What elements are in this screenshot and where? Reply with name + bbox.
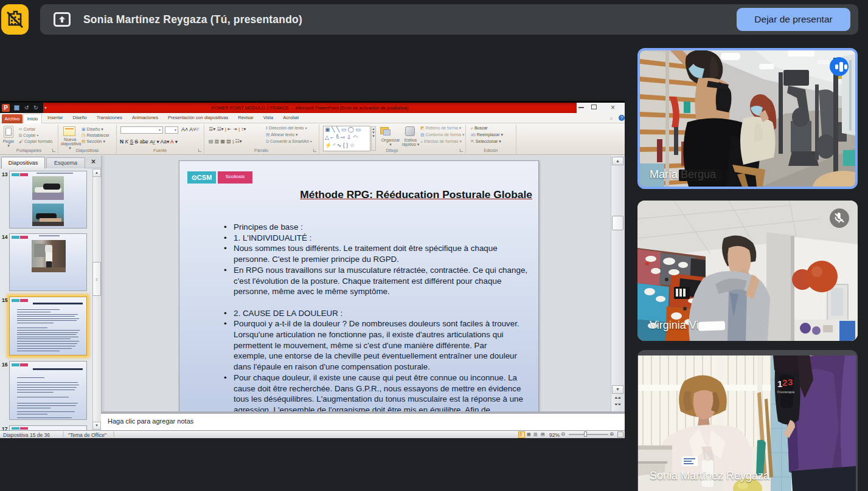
svg-text:2: 2 — [782, 377, 787, 388]
svg-text:Fisioterapia: Fisioterapia — [777, 390, 794, 394]
svg-text:3: 3 — [788, 377, 793, 387]
